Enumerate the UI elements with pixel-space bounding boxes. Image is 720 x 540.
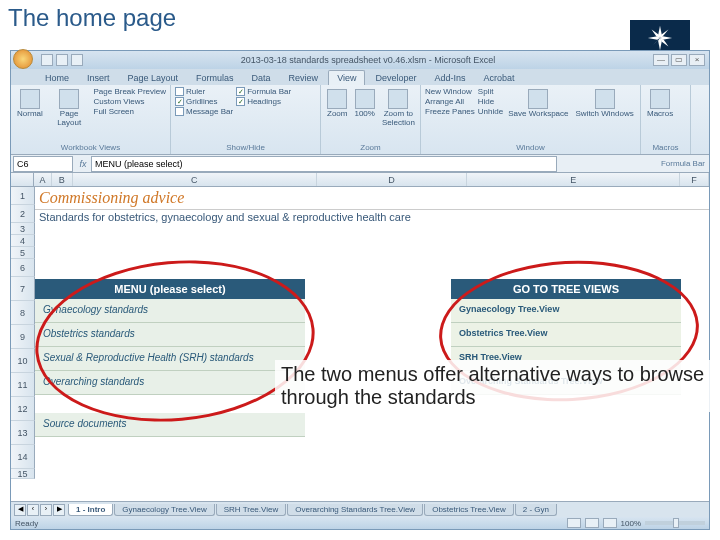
row-header[interactable]: 4	[11, 235, 35, 247]
menu-item-gynaecology[interactable]: Gynaecology standards	[35, 299, 305, 323]
page-layout-icon	[59, 89, 79, 109]
sheet-tab-srh[interactable]: SRH Tree.View	[216, 504, 287, 516]
gridlines-checkbox[interactable]: ✓Gridlines	[175, 97, 233, 106]
zoom-selection-button[interactable]: Zoom to Selection	[380, 87, 417, 130]
row-header[interactable]: 5	[11, 247, 35, 259]
fx-icon[interactable]: fx	[75, 159, 91, 169]
arrange-all-button[interactable]: Arrange All	[425, 97, 475, 106]
doc-subtitle: Standards for obstetrics, gynaecology an…	[35, 210, 709, 224]
col-header-c[interactable]: C	[73, 173, 317, 186]
zoom-level: 100%	[621, 519, 641, 528]
tab-nav-last-icon[interactable]: ▶	[53, 504, 65, 516]
sheet-tab-obstetrics[interactable]: Obstetrics Tree.View	[424, 504, 514, 516]
col-header-d[interactable]: D	[317, 173, 468, 186]
switch-windows-button[interactable]: Switch Windows	[574, 87, 636, 121]
col-header-a[interactable]: A	[34, 173, 51, 186]
tab-insert[interactable]: Insert	[79, 71, 118, 85]
row-header[interactable]: 13	[11, 421, 35, 445]
view-layout-icon[interactable]	[585, 518, 599, 528]
row-header[interactable]: 11	[11, 373, 35, 397]
office-button[interactable]	[13, 49, 33, 69]
view-normal-icon[interactable]	[567, 518, 581, 528]
tab-nav-first-icon[interactable]: ◀	[14, 504, 26, 516]
sheet-area: A B C D E F 1 2 3 4 5 6 7 8 9 10 11 12 1…	[11, 173, 709, 513]
hide-button[interactable]: Hide	[478, 97, 503, 106]
sheet-tab-gynaecology[interactable]: Gynaecology Tree.View	[114, 504, 214, 516]
sheet-tab-gyn2[interactable]: 2 - Gyn	[515, 504, 557, 516]
qat-undo-icon[interactable]	[56, 54, 68, 66]
page-break-preview-button[interactable]: Page Break Preview	[94, 87, 166, 96]
tab-formulas[interactable]: Formulas	[188, 71, 242, 85]
row-header[interactable]: 10	[11, 349, 35, 373]
col-header-b[interactable]: B	[52, 173, 73, 186]
tree-header: GO TO TREE VIEWS	[451, 279, 681, 299]
row-header[interactable]: 2	[11, 205, 35, 223]
formula-bar[interactable]: MENU (please select)	[91, 156, 557, 172]
tab-acrobat[interactable]: Acrobat	[476, 71, 523, 85]
unhide-button[interactable]: Unhide	[478, 107, 503, 116]
save-workspace-button[interactable]: Save Workspace	[506, 87, 570, 121]
quick-access-toolbar	[41, 54, 83, 66]
tab-nav-next-icon[interactable]: ›	[40, 504, 52, 516]
normal-view-button[interactable]: Normal	[15, 87, 45, 121]
custom-views-button[interactable]: Custom Views	[94, 97, 166, 106]
tab-view[interactable]: View	[328, 70, 365, 85]
zoom-100-button[interactable]: 100%	[352, 87, 376, 121]
normal-view-icon	[20, 89, 40, 109]
titlebar: 2013-03-18 standards spreadsheet v0.46.x…	[11, 51, 709, 69]
freeze-panes-button[interactable]: Freeze Panes	[425, 107, 475, 116]
macros-button[interactable]: Macros	[645, 87, 675, 121]
zoom-slider[interactable]	[645, 521, 705, 525]
qat-save-icon[interactable]	[41, 54, 53, 66]
tab-nav-prev-icon[interactable]: ‹	[27, 504, 39, 516]
full-screen-button[interactable]: Full Screen	[94, 107, 166, 116]
window-title: 2013-03-18 standards spreadsheet v0.46.x…	[83, 55, 653, 65]
tab-page-layout[interactable]: Page Layout	[120, 71, 187, 85]
menu-item-obstetrics[interactable]: Obstetrics standards	[35, 323, 305, 347]
tab-home[interactable]: Home	[37, 71, 77, 85]
menu-item-source-documents[interactable]: Source documents	[35, 413, 305, 437]
sheet-tab-intro[interactable]: 1 - Intro	[68, 504, 113, 516]
restore-button[interactable]: ▭	[671, 54, 687, 66]
cells[interactable]: Commissioning advice Standards for obste…	[35, 187, 709, 224]
status-ready: Ready	[15, 519, 38, 528]
minimize-button[interactable]: —	[653, 54, 669, 66]
tab-data[interactable]: Data	[244, 71, 279, 85]
col-header-e[interactable]: E	[467, 173, 680, 186]
sheet-tab-overarching[interactable]: Overarching Standards Tree.View	[287, 504, 423, 516]
row-header[interactable]: 6	[11, 259, 35, 277]
menu-item-srh[interactable]: Sexual & Reproductive Health (SRH) stand…	[35, 347, 305, 371]
row-header[interactable]: 15	[11, 469, 35, 479]
tree-item-obstetrics[interactable]: Obstetrics Tree.View	[451, 323, 681, 347]
col-header-f[interactable]: F	[680, 173, 709, 186]
status-bar: Ready 100%	[11, 517, 709, 529]
row-header[interactable]: 7	[11, 277, 35, 301]
page-layout-button[interactable]: Page Layout	[48, 87, 91, 130]
formula-bar-label: Formula Bar	[657, 159, 709, 168]
row-header[interactable]: 9	[11, 325, 35, 349]
headings-checkbox[interactable]: ✓Headings	[236, 97, 291, 106]
zoom-thumb[interactable]	[673, 518, 679, 528]
tab-review[interactable]: Review	[281, 71, 327, 85]
ruler-checkbox[interactable]: Ruler	[175, 87, 233, 96]
tree-item-gynaecology[interactable]: Gynaecology Tree.View	[451, 299, 681, 323]
close-button[interactable]: ×	[689, 54, 705, 66]
row-header[interactable]: 8	[11, 301, 35, 325]
row-header[interactable]: 14	[11, 445, 35, 469]
view-break-icon[interactable]	[603, 518, 617, 528]
qat-redo-icon[interactable]	[71, 54, 83, 66]
new-window-button[interactable]: New Window	[425, 87, 475, 96]
tab-add-ins[interactable]: Add-Ins	[427, 71, 474, 85]
row-header[interactable]: 1	[11, 187, 35, 205]
group-label-macros: Macros	[645, 143, 686, 152]
tab-developer[interactable]: Developer	[367, 71, 424, 85]
row-header[interactable]: 12	[11, 397, 35, 421]
zoom-button[interactable]: Zoom	[325, 87, 349, 121]
split-button[interactable]: Split	[478, 87, 503, 96]
row-header[interactable]: 3	[11, 223, 35, 235]
formula-bar-checkbox[interactable]: ✓Formula Bar	[236, 87, 291, 96]
menu-item-overarching[interactable]: Overarching standards	[35, 371, 305, 395]
name-box[interactable]: C6	[13, 156, 73, 172]
select-all-corner[interactable]	[11, 173, 34, 186]
message-bar-checkbox[interactable]: Message Bar	[175, 107, 233, 116]
